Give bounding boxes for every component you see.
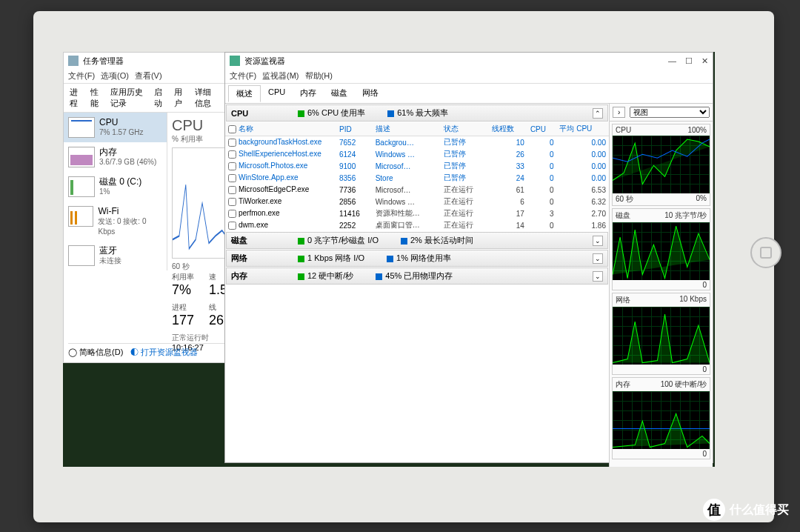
sidebar-item-disk[interactable]: 磁盘 0 (C:)1% [64,172,167,202]
wifi-card-sub: 发送: 0 接收: 0 Kbps [98,217,146,235]
taskmgr-title: 任务管理器 [83,56,124,67]
rm-menu-help[interactable]: 帮助(H) [305,70,333,82]
network-panel-head[interactable]: 网络 1 Kbps 网络 I/O 1% 网络使用率 ⌄ [226,250,608,267]
row-checkbox[interactable] [228,150,236,159]
disk-panel-head[interactable]: 磁盘 0 兆字节/秒磁盘 I/O 2% 最长活动时间 ⌄ [226,232,608,249]
mem-usage-metric: 45% 已用物理内存 [385,271,453,280]
expand-icon[interactable]: ⌄ [593,236,603,246]
col-threads[interactable]: 线程数 [489,122,527,136]
collapse-icon[interactable]: ⌃ [593,108,603,119]
wifi-card-name: Wi-Fi [98,206,119,216]
tab-performance[interactable]: 性能 [87,85,105,110]
table-row[interactable]: ShellExperienceHost.exe6124Windows …已暂停2… [225,148,609,160]
expand-icon[interactable]: ⌄ [593,253,603,264]
col-desc[interactable]: 描述 [373,122,441,136]
side-toggle-button[interactable]: › [613,107,625,118]
expand-icon[interactable]: ⌄ [593,271,603,282]
col-status[interactable]: 状态 [441,122,489,136]
tab-apphistory[interactable]: 应用历史记录 [107,85,148,110]
col-cpu[interactable]: CPU [527,122,557,136]
memory-thumb-icon [68,147,95,167]
home-button[interactable] [750,237,781,268]
table-row[interactable]: MicrosoftEdgeCP.exe7736Microsof…正在运行6106… [225,184,609,196]
resmon-titlebar[interactable]: 资源监视器 — ☐ ✕ [225,53,713,69]
mem-card-name: 内存 [99,147,117,157]
rm-tab-cpu[interactable]: CPU [261,85,293,102]
table-row[interactable]: Microsoft.Photos.exe9100Microsof…已暂停3300… [225,160,609,172]
wifi-thumb-icon [68,206,93,227]
taskmgr-tabs: 进程 性能 应用历史记录 启动 用户 详细信息 服务 [64,84,244,113]
minimize-icon[interactable]: — [668,56,676,66]
rm-tab-disk[interactable]: 磁盘 [324,85,355,102]
maximize-icon[interactable]: ☐ [685,56,693,66]
close-icon[interactable]: ✕ [701,56,708,66]
tab-startup[interactable]: 启动 [151,85,169,110]
table-row[interactable]: backgroundTaskHost.exe7652Backgrou…已暂停10… [225,136,609,149]
stat-thread-label: 线 [209,303,216,311]
cpu-freq-metric: 61% 最大频率 [397,108,448,117]
row-checkbox[interactable] [228,186,236,194]
rm-tab-memory[interactable]: 内存 [293,85,324,102]
sidebar-item-bluetooth[interactable]: 蓝牙未连接 [64,241,167,270]
open-resmon-link[interactable]: ◐ 打开资源监视器 [130,347,198,358]
cpu-usage-metric: 6% CPU 使用率 [307,108,365,117]
cpu-panel-head[interactable]: CPU 6% CPU 使用率 61% 最大频率 ⌃ [226,104,608,122]
menu-file[interactable]: 文件(F) [68,70,95,82]
tab-details[interactable]: 详细信息 [192,85,221,110]
row-checkbox[interactable] [228,210,236,218]
row-checkbox[interactable] [228,174,236,182]
row-checkbox[interactable] [228,162,236,170]
fewer-details[interactable]: ◯ 简略信息(D) [68,347,123,358]
cpu-panel-name: CPU [231,109,276,118]
side-chart: 网络10 Kbps 0 [612,293,710,375]
table-row[interactable]: perfmon.exe11416资源和性能…正在运行1732.70 [225,207,609,219]
disk-panel-name: 磁盘 [231,235,276,246]
rm-menu-file[interactable]: 文件(F) [230,70,256,82]
views-select[interactable]: 视图 [630,107,710,118]
col-name[interactable]: 名称 [239,124,253,133]
sidebar-item-cpu[interactable]: CPU7% 1.57 GHz [64,113,167,142]
cpu-thumb-icon [68,117,95,138]
resmon-title: 资源监视器 [244,56,285,67]
mem-faults-metric: 12 硬中断/秒 [307,271,353,280]
disk-card-name: 磁盘 0 (C:) [99,176,141,187]
taskmgr-titlebar[interactable]: 任务管理器 [64,53,244,69]
rm-menu-monitor[interactable]: 监视器(M) [262,70,299,82]
table-row[interactable]: TiWorker.exe2856Windows …正在运行606.32 [225,196,609,207]
taskmgr-icon [68,56,79,66]
sidebar-item-wifi[interactable]: Wi-Fi发送: 0 接收: 0 Kbps [64,202,167,241]
rm-tab-network[interactable]: 网络 [355,85,386,102]
menu-options[interactable]: 选项(O) [101,70,129,82]
rm-tab-overview[interactable]: 概述 [228,85,261,102]
table-row[interactable]: WinStore.App.exe8356Store已暂停2400.00 [225,172,609,184]
stat-proc-value: 177 [172,313,194,327]
screen: 任务管理器 文件(F) 选项(O) 查看(V) 进程 性能 应用历史记录 启动 … [63,52,715,467]
col-pid[interactable]: PID [336,122,373,136]
resmon-side: › 视图 CPU100% 60 秒0%磁盘10 兆字节/秒 0网络10 Kbps… [609,104,713,467]
disk-io-metric: 0 兆字节/秒磁盘 I/O [307,236,379,245]
row-checkbox[interactable] [228,222,236,230]
table-row[interactable]: dwm.exe2252桌面窗口管…正在运行1401.86 [225,219,609,231]
row-checkbox[interactable] [228,198,236,206]
watermark-text: 什么值得买 [730,502,789,518]
tab-processes[interactable]: 进程 [67,85,84,110]
watermark-icon: 值 [703,499,725,521]
side-chart: 内存100 硬中断/秒 0 [612,377,710,459]
col-avgcpu[interactable]: 平均 CPU [556,122,609,136]
disk-active-metric: 2% 最长活动时间 [410,236,473,245]
resource-monitor-window: 资源监视器 — ☐ ✕ 文件(F) 监视器(M) 帮助(H) 概述 CPU 内存… [224,52,713,463]
resmon-main: CPU 6% CPU 使用率 61% 最大频率 ⌃ 名称 PID 描述 状态 线… [225,104,609,467]
mem-panel-name: 内存 [231,270,276,282]
taskmgr-menubar: 文件(F) 选项(O) 查看(V) [64,69,244,84]
stat-thread-value: 26 [209,313,224,327]
checkbox-all[interactable] [228,125,236,133]
tab-users[interactable]: 用户 [171,85,189,110]
row-checkbox[interactable] [228,139,236,147]
menu-view[interactable]: 查看(V) [135,70,162,82]
process-table: 名称 PID 描述 状态 线程数 CPU 平均 CPU backgroundTa… [225,122,609,231]
resmon-icon [230,56,240,66]
stat-speed-label: 速 [209,273,216,281]
stat-util-label: 利用率 [172,273,194,281]
sidebar-item-memory[interactable]: 内存3.6/7.9 GB (46%) [64,142,167,172]
memory-panel-head[interactable]: 内存 12 硬中断/秒 45% 已用物理内存 ⌄ [226,267,608,285]
